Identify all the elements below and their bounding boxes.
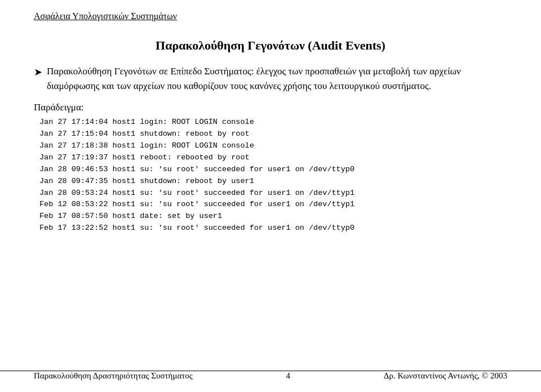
top-link-container: Ασφάλεια Υπολογιστικών Συστημάτων [34, 11, 507, 21]
code-line: Jan 27 17:19:37 host1 reboot: rebooted b… [39, 152, 507, 164]
main-title: Παρακολούθηση Γεγονότων (Audit Events) [34, 38, 507, 53]
code-line: Jan 27 17:14:04 host1 login: ROOT LOGIN … [39, 117, 507, 128]
bullet-section: ➤ Παρακολούθηση Γεγονότων σε Επίπεδο Συσ… [34, 64, 507, 93]
code-line: Jan 28 09:46:53 host1 su: 'su root' succ… [39, 164, 507, 176]
code-block: Jan 27 17:14:04 host1 login: ROOT LOGIN … [39, 117, 507, 234]
code-line: Jan 28 09:47:35 host1 shutdown: reboot b… [39, 176, 507, 188]
bullet-row-1: ➤ Παρακολούθηση Γεγονότων σε Επίπεδο Συσ… [34, 64, 507, 93]
code-line: Jan 28 09:53:24 host1 su: 'su root' succ… [39, 188, 507, 199]
footer-right: Δρ. Κωνσταντίνος Αντωνής, © 2003 [384, 371, 507, 381]
example-label: Παράδειγμα: [34, 102, 507, 113]
code-line: Jan 27 17:18:38 host1 login: ROOT LOGIN … [39, 140, 507, 152]
bullet-arrow-1: ➤ [34, 65, 42, 80]
code-line: Feb 17 13:22:52 host1 su: 'su root' succ… [39, 222, 507, 234]
code-line: Feb 12 08:53:22 host1 su: 'su root' succ… [39, 199, 507, 211]
code-line: Jan 27 17:15:04 host1 shutdown: reboot b… [39, 128, 507, 140]
code-line: Feb 17 08:57:50 host1 date: set by user1 [39, 211, 507, 222]
top-link[interactable]: Ασφάλεια Υπολογιστικών Συστημάτων [34, 11, 177, 21]
bullet-text-1: Παρακολούθηση Γεγονότων σε Επίπεδο Συστή… [47, 64, 507, 93]
footer-center: 4 [286, 371, 291, 381]
footer-left: Παρακολούθηση Δραστηριότητας Συστήματος [34, 371, 193, 381]
footer: Παρακολούθηση Δραστηριότητας Συστήματος … [0, 371, 541, 381]
